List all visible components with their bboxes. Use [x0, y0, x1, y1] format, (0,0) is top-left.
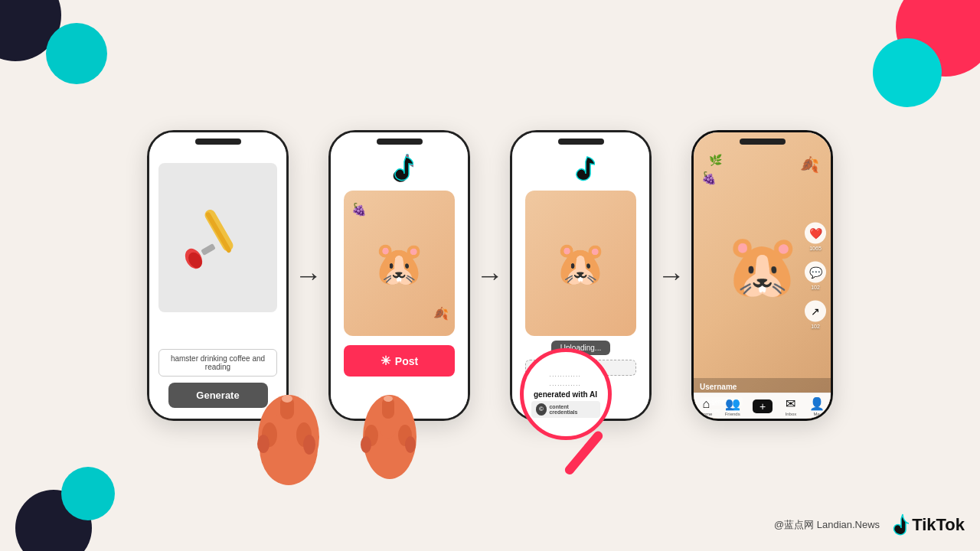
- tiktok-logo-p2: [386, 154, 413, 184]
- svg-point-12: [257, 435, 270, 453]
- leaf-purple: 🍇: [351, 202, 367, 217]
- ai-canvas: [158, 163, 277, 312]
- dots-text: ............: [530, 364, 632, 370]
- tiktok-brand-name: TikTok: [912, 515, 965, 535]
- phone3-content: 🐹 Uploading... ............: [512, 132, 649, 419]
- phone2-content: 🍇 🍂 🐹 ✳ Post: [331, 132, 468, 419]
- tiktok-brand: TikTok: [887, 513, 965, 537]
- feed-username: Username: [700, 383, 825, 391]
- arrow-1: →: [295, 259, 322, 292]
- tiktok-note-icon-p3: [567, 154, 595, 184]
- inbox-icon: ✉: [786, 396, 795, 411]
- arrow-3: →: [658, 259, 685, 292]
- phone2: 🍇 🍂 🐹 ✳ Post: [328, 130, 470, 421]
- credentials-area: ............: [525, 360, 636, 376]
- leaf-orange: 🍂: [433, 306, 449, 321]
- landian-handle: @蓝点网 Landian.News: [774, 518, 880, 532]
- feed-hamster-emoji: 🐹: [724, 230, 801, 302]
- comment-icon: 💬: [805, 262, 826, 283]
- attribution: @蓝点网 Landian.News TikTok: [774, 513, 965, 537]
- svg-point-6: [260, 412, 318, 485]
- feed-heart-item[interactable]: ❤️ 1065: [805, 223, 826, 251]
- phone4: 🐹 🍂 🍇 🌿 ❤️ 1065 💬: [691, 130, 833, 421]
- feed-bottom-nav: ⌂ Home 👥 Friends + ✉ Inbox: [694, 393, 831, 419]
- hamster-emoji: 🐹: [373, 239, 426, 289]
- post-star-icon: ✳: [381, 354, 390, 368]
- feed-comment-item[interactable]: 💬 102: [805, 262, 826, 290]
- svg-point-10: [303, 435, 315, 455]
- svg-point-18: [405, 436, 416, 453]
- prompt-text: hamster drinking coffee and reading: [158, 349, 277, 377]
- nav-home-label: Home: [700, 412, 712, 416]
- svg-point-17: [398, 425, 412, 446]
- feed-leaf-2: 🍇: [701, 171, 717, 185]
- hamster-image-p3: 🐹: [525, 191, 636, 336]
- phones-row: hamster drinking coffee and reading Gene…: [15, 130, 965, 421]
- paintbrush-icon: [180, 204, 256, 272]
- comment-count: 102: [811, 285, 820, 290]
- phone3: 🐹 Uploading... ............: [510, 130, 652, 421]
- plus-icon: +: [753, 399, 773, 413]
- nav-plus[interactable]: +: [753, 399, 773, 413]
- nav-me-label: Me: [814, 412, 820, 416]
- post-button[interactable]: ✳ Post: [344, 345, 455, 377]
- feed-leaf-3: 🌿: [709, 154, 722, 166]
- phone1-wrapper: hamster drinking coffee and reading Gene…: [147, 130, 289, 421]
- heart-icon: ❤️: [805, 223, 826, 244]
- tiktok-brand-logo: [887, 513, 909, 537]
- nav-home[interactable]: ⌂ Home: [700, 397, 712, 416]
- nav-friends-label: Friends: [725, 412, 740, 416]
- arrow-2: →: [476, 259, 504, 292]
- hamster-image-p2: 🍇 🍂 🐹: [344, 191, 455, 336]
- feed-share-item[interactable]: ↗ 102: [805, 301, 826, 329]
- heart-count: 1065: [809, 246, 822, 251]
- feed-side-icons: ❤️ 1065 💬 102 ↗ 102: [805, 223, 826, 329]
- feed-leaf-1: 🍂: [800, 155, 819, 174]
- share-icon: ↗: [805, 301, 826, 322]
- main-content: hamster drinking coffee and reading Gene…: [0, 0, 980, 551]
- nav-friends[interactable]: 👥 Friends: [725, 396, 740, 416]
- svg-rect-2: [201, 243, 216, 256]
- friends-icon: 👥: [725, 396, 740, 411]
- magnifier-handle: [563, 429, 604, 476]
- phone4-content: 🐹 🍂 🍇 🌿 ❤️ 1065 💬: [694, 132, 831, 419]
- phone1: hamster drinking coffee and reading Gene…: [147, 130, 289, 421]
- post-button-label: Post: [395, 355, 418, 367]
- svg-point-19: [364, 425, 378, 446]
- tiktok-logo-p3: [567, 154, 595, 184]
- generate-button[interactable]: Generate: [168, 383, 268, 408]
- nav-inbox-label: Inbox: [786, 412, 797, 416]
- svg-point-20: [361, 436, 371, 453]
- phone2-wrapper: 🍇 🍂 🐹 ✳ Post: [328, 130, 470, 421]
- me-icon: 👤: [809, 396, 825, 411]
- svg-point-9: [296, 422, 312, 447]
- phone4-wrapper: 🐹 🍂 🍇 🌿 ❤️ 1065 💬: [691, 130, 833, 421]
- upload-status: Uploading...: [551, 341, 610, 355]
- home-icon: ⌂: [702, 397, 710, 411]
- phone1-content: hamster drinking coffee and reading Gene…: [149, 132, 286, 419]
- phone3-wrapper: 🐹 Uploading... ............ ............…: [510, 130, 652, 421]
- tiktok-note-icon: [386, 154, 413, 184]
- share-count: 102: [811, 324, 820, 329]
- nav-me[interactable]: 👤 Me: [809, 396, 825, 416]
- svg-point-11: [262, 422, 277, 447]
- nav-inbox[interactable]: ✉ Inbox: [786, 396, 797, 416]
- hamster-emoji-p3: 🐹: [554, 239, 607, 289]
